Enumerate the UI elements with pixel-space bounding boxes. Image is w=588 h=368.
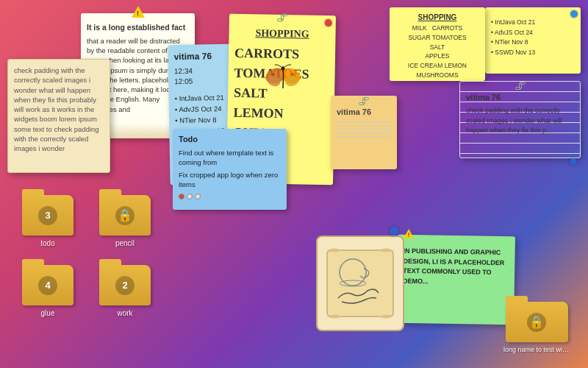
note-yellow-small-right-items: • IntJava Oct 21 • AdvJS Oct 24 • NTier … <box>491 18 575 57</box>
note-beige-left[interactable]: check padding with the correctly scaled … <box>7 59 110 173</box>
butterfly-decoration <box>265 63 301 92</box>
folder-pencil-body: 🔒 <box>99 195 151 236</box>
svg-point-5 <box>272 73 275 76</box>
note-todo-title: Todo <box>179 135 281 144</box>
folder-todo-badge: 3 <box>38 206 57 225</box>
note-lined-right[interactable]: 🖇 vitima 76 check padding with the corre… <box>459 81 581 158</box>
svg-point-6 <box>291 73 294 76</box>
folder-long-name[interactable]: 🔒 long name to test wid... <box>503 302 570 353</box>
note-green-body: IN PUBLISHING AND GRAPHIC DESIGN, LI IS … <box>403 241 509 289</box>
folder-glue-label: glue <box>41 309 55 317</box>
note-lined-body: check padding with the correctly scaled … <box>466 106 574 136</box>
shopping-mid-title: SHOPPING <box>234 27 329 40</box>
note-yellow-small-right[interactable]: • IntJava Oct 21 • AdvJS Oct 24 • NTier … <box>485 7 581 74</box>
folder-todo[interactable]: 3 todo <box>22 195 74 247</box>
folder-glue-badge: 4 <box>38 276 57 295</box>
pin-blue-right <box>570 10 578 18</box>
folder-work-body: 2 <box>99 265 151 305</box>
note-shopping-right[interactable]: SHOPPING MILK CARROTS SUGAR TOMATOES SAL… <box>390 7 485 81</box>
note-white-large-title: It is a long established fact <box>87 22 189 33</box>
note-green-bottom-right[interactable]: ! IN PUBLISHING AND GRAPHIC DESIGN, LI I… <box>396 235 515 325</box>
folder-glue-body: 4 <box>22 265 74 305</box>
folder-todo-body: 3 <box>22 195 74 236</box>
paperclip-icon: 🖇 <box>276 11 288 24</box>
folder-pencil-badge: 🔒 <box>115 206 135 225</box>
note-todo-item1: Find out where template text is coming f… <box>179 148 281 168</box>
pin-blue-lined <box>570 158 577 166</box>
svg-point-4 <box>282 67 285 71</box>
note-orange-lines-content <box>337 121 391 137</box>
shopping-right-title: SHOPPING <box>395 13 479 21</box>
note-todo[interactable]: Todo Find out where template text is com… <box>173 129 287 210</box>
paperclip-orange: 🖇 <box>358 93 370 110</box>
folder-pencil[interactable]: 🔒 pencil <box>99 195 151 247</box>
note-beige-left-body: check padding with the correctly scaled … <box>14 66 104 154</box>
paperclip-lined: 🖇 <box>514 78 526 94</box>
folder-work[interactable]: 2 work <box>99 265 151 317</box>
folder-long-name-badge: 🔒 <box>527 313 546 332</box>
shopping-right-items: MILK CARROTS SUGAR TOMATOES SALT APPLES … <box>395 24 479 80</box>
dot-empty-2 <box>195 194 201 199</box>
folder-todo-label: todo <box>40 239 54 247</box>
note-todo-item2: Fix cropped app logo when zero items <box>179 170 281 190</box>
folder-glue[interactable]: 4 glue <box>22 265 74 317</box>
note-scroll[interactable] <box>316 236 404 331</box>
folder-work-badge: 2 <box>115 276 135 295</box>
folder-long-name-body: 🔒 <box>506 302 568 342</box>
note-orange-lines[interactable]: 🖇 vitima 76 <box>331 96 397 169</box>
pin-blue-scroll <box>390 227 398 236</box>
color-dots-row <box>179 194 281 199</box>
folder-work-label: work <box>117 309 132 317</box>
folder-pencil-label: pencil <box>115 239 135 247</box>
folder-long-name-label: long name to test wid... <box>503 346 570 353</box>
pin-red <box>325 19 332 26</box>
dot-empty-1 <box>187 194 193 199</box>
dot-red <box>179 194 184 199</box>
